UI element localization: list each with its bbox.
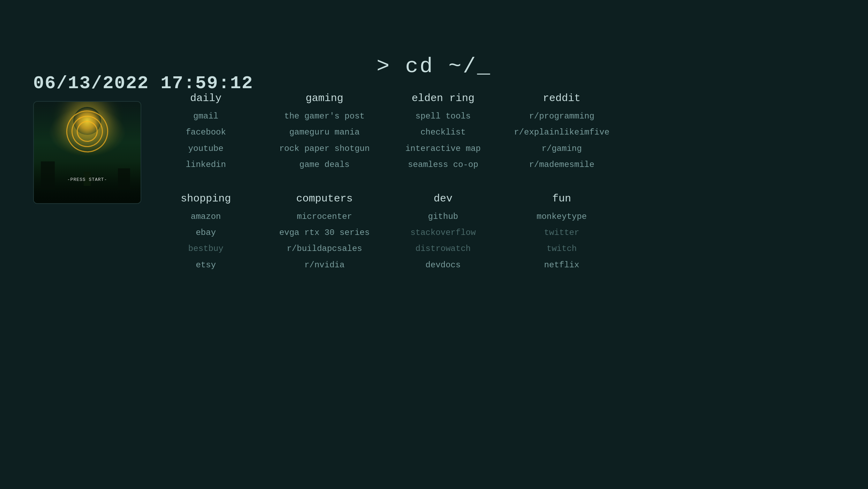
category-title-daily: daily: [190, 92, 222, 104]
link-distrowatch[interactable]: distrowatch: [416, 242, 471, 255]
link-rmademesmile[interactable]: r/mademesmile: [529, 158, 594, 171]
link-rbuildapcsales[interactable]: r/buildapcsales: [287, 242, 362, 255]
link-gmail[interactable]: gmail: [193, 110, 218, 123]
link-rock-paper-shotgun[interactable]: rock paper shotgun: [279, 142, 369, 155]
link-checklist[interactable]: checklist: [420, 126, 466, 139]
category-title-reddit: reddit: [543, 92, 581, 104]
category-daily: dailygmailfacebookyoutubelinkedin: [157, 92, 255, 172]
link-game-deals[interactable]: game deals: [299, 158, 350, 171]
category-title-elden-ring: elden ring: [412, 92, 474, 104]
link-rnvidia[interactable]: r/nvidia: [304, 259, 344, 272]
category-computers: computersmicrocenterevga rtx 30 seriesr/…: [276, 193, 373, 272]
category-elden-ring: elden ringspell toolschecklistinteractiv…: [394, 92, 492, 172]
datetime-display: 06/13/2022 17:59:12: [33, 73, 253, 94]
category-gaming: gamingthe gamer's postgameguru maniarock…: [276, 92, 373, 172]
page-title: > cd ~/_: [376, 54, 492, 79]
link-etsy[interactable]: etsy: [196, 259, 216, 272]
category-title-dev: dev: [434, 193, 452, 205]
game-artwork: -PRESS START-: [33, 101, 141, 204]
link-netflix[interactable]: netflix: [544, 259, 579, 272]
link-spell-tools[interactable]: spell tools: [416, 110, 471, 123]
link-bestbuy[interactable]: bestbuy: [188, 242, 224, 255]
link-linkedin[interactable]: linkedin: [186, 158, 226, 171]
navigation-grid: dailygmailfacebookyoutubelinkedingamingt…: [157, 92, 611, 272]
link-seamless-co-op[interactable]: seamless co-op: [408, 158, 478, 171]
link-microcenter[interactable]: microcenter: [297, 210, 352, 223]
category-title-gaming: gaming: [306, 92, 343, 104]
category-shopping: shoppingamazonebaybestbuyetsy: [157, 193, 255, 272]
category-reddit: redditr/programmingr/explainlikeimfiver/…: [513, 92, 611, 172]
link-the-gamer's-post[interactable]: the gamer's post: [284, 110, 365, 123]
link-rexplainlikeimfive[interactable]: r/explainlikeimfive: [514, 126, 609, 139]
category-dev: devgithubstackoverflowdistrowatchdevdocs: [394, 193, 492, 272]
category-title-shopping: shopping: [181, 193, 231, 205]
category-title-computers: computers: [296, 193, 353, 205]
link-gameguru-mania[interactable]: gameguru mania: [289, 126, 360, 139]
link-amazon[interactable]: amazon: [191, 210, 221, 223]
link-rgaming[interactable]: r/gaming: [541, 142, 582, 155]
link-interactive-map[interactable]: interactive map: [405, 142, 481, 155]
category-fun: funmonkeytypetwittertwitchnetflix: [513, 193, 611, 272]
link-stackoverflow[interactable]: stackoverflow: [410, 226, 476, 239]
link-devdocs[interactable]: devdocs: [426, 259, 461, 272]
link-twitch[interactable]: twitch: [547, 242, 577, 255]
link-evga-rtx-30-series[interactable]: evga rtx 30 series: [279, 226, 369, 239]
link-ebay[interactable]: ebay: [196, 226, 216, 239]
link-twitter[interactable]: twitter: [544, 226, 579, 239]
link-monkeytype[interactable]: monkeytype: [537, 210, 587, 223]
link-github[interactable]: github: [428, 210, 458, 223]
category-title-fun: fun: [552, 193, 571, 205]
link-facebook[interactable]: facebook: [186, 126, 226, 139]
link-rprogramming[interactable]: r/programming: [529, 110, 594, 123]
link-youtube[interactable]: youtube: [188, 142, 224, 155]
